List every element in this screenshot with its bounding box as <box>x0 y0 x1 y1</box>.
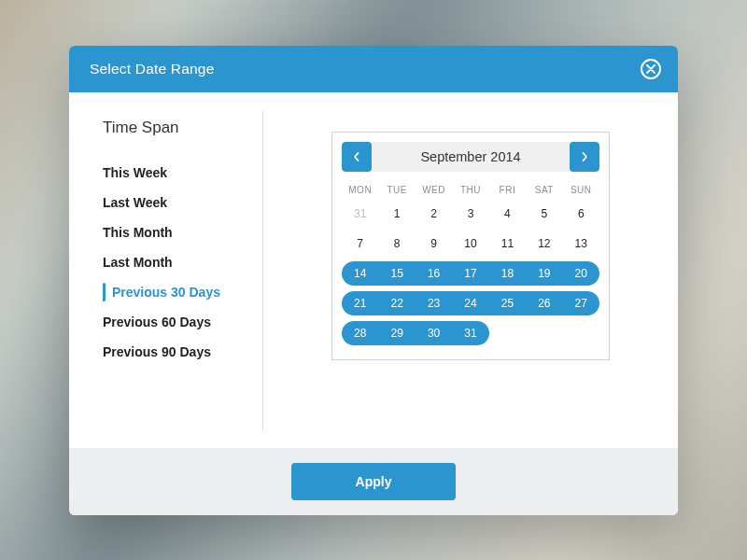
prev-month-button[interactable] <box>342 142 372 172</box>
calendar: September 2014 MONTUEWEDTHUFRISATSUN 311… <box>331 132 610 360</box>
calendar-day[interactable]: 16 <box>416 261 452 286</box>
time-span-item[interactable]: Last Month <box>103 247 263 277</box>
calendar-dow: WED <box>416 185 452 195</box>
calendar-day[interactable]: 14 <box>342 261 378 286</box>
time-span-item[interactable]: Previous 60 Days <box>103 307 263 337</box>
calendar-day[interactable]: 5 <box>526 202 562 226</box>
modal-footer: Apply <box>69 448 678 515</box>
calendar-day[interactable]: 13 <box>563 231 599 256</box>
time-span-item[interactable]: This Week <box>103 158 263 188</box>
calendar-day[interactable]: 10 <box>452 231 488 256</box>
calendar-day[interactable]: 9 <box>416 231 452 256</box>
time-span-item[interactable]: Previous 30 Days <box>103 277 263 307</box>
calendar-day[interactable]: 20 <box>563 261 599 286</box>
calendar-week-row: 28293031 <box>342 320 599 346</box>
calendar-day[interactable]: 1 <box>378 202 415 226</box>
calendar-day[interactable]: 7 <box>342 231 378 256</box>
calendar-day[interactable]: 18 <box>489 261 526 286</box>
calendar-day[interactable]: 12 <box>526 231 562 256</box>
calendar-day[interactable]: 30 <box>416 321 452 345</box>
calendar-days-grid: 3112345678910111213141516171819202122232… <box>342 201 599 346</box>
calendar-day[interactable]: 26 <box>526 291 562 315</box>
close-icon <box>646 64 655 74</box>
time-span-list: This WeekLast WeekThis MonthLast MonthPr… <box>103 158 263 367</box>
calendar-month-label: September 2014 <box>372 149 570 164</box>
calendar-day[interactable]: 15 <box>378 261 415 286</box>
calendar-day-out[interactable]: 31 <box>342 202 378 226</box>
time-span-title: Time Span <box>103 119 263 137</box>
calendar-dow: MON <box>342 185 378 195</box>
calendar-day[interactable]: 28 <box>342 321 378 345</box>
calendar-week-row: 21222324252627 <box>342 290 599 316</box>
calendar-day[interactable]: 29 <box>378 321 415 345</box>
calendar-dow: TUE <box>378 185 415 195</box>
calendar-week-row: 31123456 <box>342 201 599 227</box>
date-range-modal: Select Date Range Time Span This WeekLas… <box>69 46 678 515</box>
calendar-dow: SAT <box>526 185 562 195</box>
next-month-button[interactable] <box>570 142 599 172</box>
calendar-day[interactable]: 6 <box>563 202 599 226</box>
time-span-item[interactable]: Previous 90 Days <box>103 337 263 367</box>
modal-title: Select Date Range <box>90 61 215 77</box>
calendar-dow: FRI <box>489 185 526 195</box>
calendar-day[interactable]: 23 <box>416 291 452 315</box>
time-span-item[interactable]: This Month <box>103 217 263 247</box>
calendar-day[interactable]: 21 <box>342 291 378 315</box>
calendar-day[interactable]: 2 <box>416 202 452 226</box>
calendar-dow-row: MONTUEWEDTHUFRISATSUN <box>342 185 599 195</box>
calendar-day[interactable]: 25 <box>489 291 526 315</box>
calendar-week-row: 14151617181920 <box>342 260 599 287</box>
time-span-sidebar: Time Span This WeekLast WeekThis MonthLa… <box>69 92 263 448</box>
modal-header: Select Date Range <box>69 46 678 92</box>
calendar-header: September 2014 <box>342 142 599 172</box>
calendar-day[interactable]: 17 <box>452 261 488 286</box>
calendar-dow: SUN <box>563 185 599 195</box>
chevron-left-icon <box>353 152 360 161</box>
calendar-day[interactable]: 4 <box>489 202 526 226</box>
calendar-day[interactable]: 22 <box>378 291 415 315</box>
chevron-right-icon <box>581 152 588 161</box>
calendar-day[interactable]: 19 <box>526 261 562 286</box>
calendar-day[interactable]: 8 <box>378 231 415 256</box>
calendar-panel: September 2014 MONTUEWEDTHUFRISATSUN 311… <box>263 92 678 448</box>
calendar-week-row: 78910111213 <box>342 231 599 257</box>
calendar-day[interactable]: 31 <box>452 321 488 345</box>
apply-button[interactable]: Apply <box>291 463 456 500</box>
calendar-day[interactable]: 24 <box>452 291 488 315</box>
modal-body: Time Span This WeekLast WeekThis MonthLa… <box>69 92 678 448</box>
calendar-day[interactable]: 11 <box>489 231 526 256</box>
close-button[interactable] <box>641 59 661 79</box>
calendar-day[interactable]: 27 <box>563 291 599 315</box>
time-span-item[interactable]: Last Week <box>103 188 263 217</box>
calendar-dow: THU <box>452 185 488 195</box>
calendar-day[interactable]: 3 <box>452 202 488 226</box>
